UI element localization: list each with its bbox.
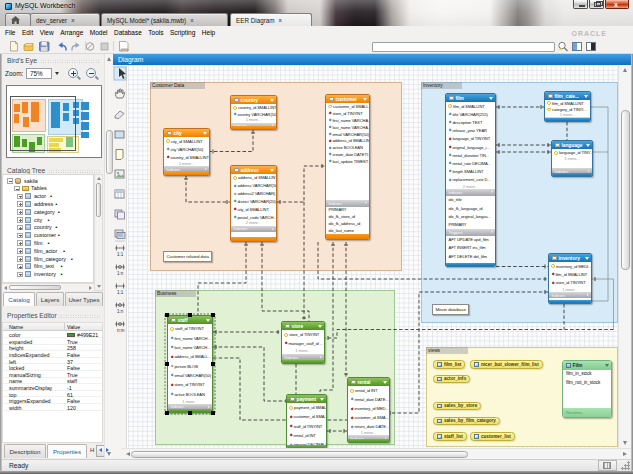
svg-text:1:n: 1:n [117, 271, 124, 276]
svg-text:1:n: 1:n [117, 309, 124, 314]
svg-text:1:1: 1:1 [117, 290, 124, 295]
svg-text:n:m: n:m [117, 328, 125, 333]
svg-text:1:1: 1:1 [117, 252, 124, 257]
